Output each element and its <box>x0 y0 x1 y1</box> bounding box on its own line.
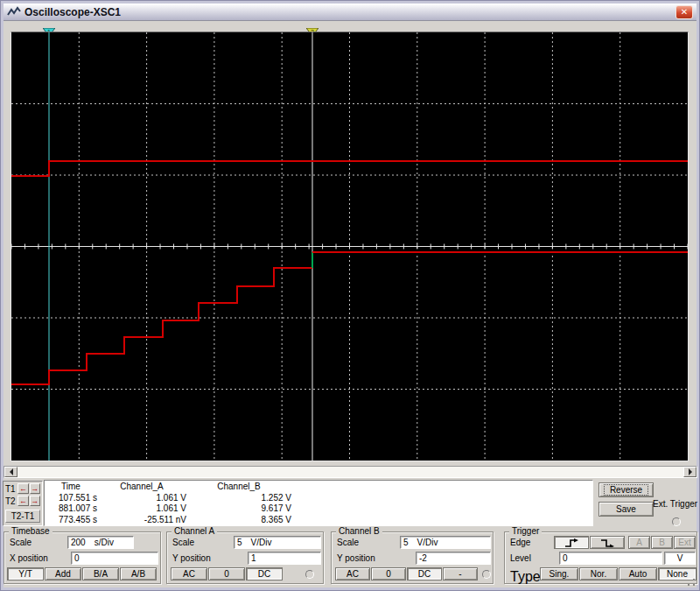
t2-left-button[interactable]: ← <box>18 496 28 506</box>
trigger-title: Trigger <box>509 526 542 536</box>
trigger-sing-button[interactable]: Sing. <box>540 567 578 580</box>
scrollbar-track[interactable] <box>18 467 683 477</box>
col-channel-a: Channel_A <box>97 482 186 493</box>
t1-left-button[interactable]: ← <box>18 483 28 494</box>
t2-right-button[interactable]: → <box>30 496 40 506</box>
rising-edge-button[interactable] <box>554 536 589 549</box>
channel-a-group: Channel A Scale 5 V/Div Y position 1 AC … <box>166 531 324 584</box>
rising-edge-icon <box>564 538 578 547</box>
channel-a-ac-button[interactable]: AC <box>171 567 207 580</box>
t1-label: T1 <box>5 484 17 494</box>
app-icon <box>7 6 21 18</box>
timebase-scale-label: Scale <box>10 538 32 547</box>
close-icon: ✕ <box>681 7 688 17</box>
channel-b-scale-input[interactable]: 5 V/Div <box>400 536 491 549</box>
ext-trigger-label: Ext. Trigger <box>653 499 697 509</box>
resize-grip[interactable] <box>686 577 696 587</box>
t1-readout-row: 107.551 s 1.061 V 1.252 V <box>45 493 592 504</box>
title-bar[interactable]: Oscilloscope-XSC1 ✕ <box>4 4 696 21</box>
timebase-xpos-input[interactable]: 0 <box>71 552 158 565</box>
measurement-readout: Time Channel_A Channel_B 107.551 s 1.061… <box>44 480 593 526</box>
trigger-nor-button[interactable]: Nor. <box>579 567 618 580</box>
channel-a-scale-input[interactable]: 5 V/Div <box>234 536 321 549</box>
timebase-xpos-label: X position <box>10 553 48 563</box>
timebase-title: Timebase <box>9 526 52 536</box>
save-button[interactable]: Save <box>598 502 654 517</box>
channel-a-terminal[interactable] <box>305 570 314 579</box>
t2-time: 881.007 s <box>45 503 97 515</box>
close-button[interactable]: ✕ <box>676 5 693 19</box>
trigger-edge-label: Edge <box>510 538 530 547</box>
t2-t1-channel-b: 8.365 V <box>186 515 291 526</box>
left-arrow-icon: ← <box>19 485 27 493</box>
col-time: Time <box>45 482 97 493</box>
channel-b-ac-button[interactable]: AC <box>335 567 370 580</box>
scope-waveform <box>11 32 688 461</box>
window-title: Oscilloscope-XSC1 <box>24 6 676 18</box>
trigger-source-ext-button[interactable]: Ext <box>674 536 696 549</box>
left-arrow-icon: ← <box>19 497 27 505</box>
channel-b-group: Channel B Scale 5 V/Div Y position -2 AC… <box>331 531 494 584</box>
trigger-level-label: Level <box>510 553 531 563</box>
cursor-1-handle[interactable]: 1 <box>43 24 55 32</box>
trigger-group: Trigger Edge A B Ext Level 0 <box>504 531 697 584</box>
channel-a-ypos-input[interactable]: 1 <box>248 552 321 565</box>
channel-a-title: Channel A <box>172 526 217 536</box>
timebase-scale-input[interactable]: 200 s/Div <box>67 536 134 549</box>
channel-b-0-button[interactable]: 0 <box>371 567 406 580</box>
trigger-level-input[interactable]: 0 <box>559 552 662 565</box>
trigger-level-unit-select[interactable]: V <box>664 552 696 565</box>
trigger-source-a-button[interactable]: A <box>628 536 650 549</box>
trigger-type-label: Type <box>510 569 541 585</box>
t2-t1-time: 773.455 s <box>45 515 97 526</box>
t2-t1-label: T2-T1 <box>5 510 40 523</box>
mode-ab-button[interactable]: A/B <box>120 567 157 580</box>
t2-channel-b: 9.617 V <box>186 503 291 515</box>
channel-b-ypos-label: Y position <box>337 553 375 563</box>
t1-channel-a: 1.061 V <box>97 493 186 504</box>
cursor-2-handle[interactable]: 2 <box>306 24 318 32</box>
t2-t1-readout-row: 773.455 s -25.511 nV 8.365 V <box>45 515 592 526</box>
t2-label: T2 <box>5 496 17 506</box>
ext-trigger-terminal[interactable] <box>672 517 681 526</box>
col-channel-b: Channel_B <box>186 482 291 493</box>
channel-b-terminal[interactable] <box>482 570 491 579</box>
mode-yt-button[interactable]: Y/T <box>7 567 44 580</box>
falling-edge-icon <box>600 538 614 547</box>
t1-channel-b: 1.252 V <box>186 493 291 504</box>
channel-b-neg-button[interactable]: - <box>443 567 478 580</box>
oscilloscope-window: Oscilloscope-XSC1 ✕ 1 2 T1 ← → T2 <box>0 0 700 591</box>
channel-a-dc-button[interactable]: DC <box>246 567 283 580</box>
channel-b-title: Channel B <box>336 526 382 536</box>
channel-a-scale-label: Scale <box>172 538 194 547</box>
right-arrow-icon: → <box>31 497 38 505</box>
timebase-group: Timebase Scale 200 s/Div X position 0 Y/… <box>4 531 161 584</box>
trigger-source-b-button[interactable]: B <box>651 536 673 549</box>
t1-right-button[interactable]: → <box>30 483 40 494</box>
scope-display <box>10 32 689 461</box>
reverse-button[interactable]: Reverse <box>598 482 654 497</box>
scroll-left-icon <box>10 468 13 475</box>
channel-a-0-button[interactable]: 0 <box>208 567 245 580</box>
right-arrow-icon: → <box>31 485 38 493</box>
trigger-auto-button[interactable]: Auto <box>619 567 657 580</box>
scroll-right-icon <box>689 468 692 475</box>
channel-b-dc-button[interactable]: DC <box>407 567 442 580</box>
falling-edge-button[interactable] <box>590 536 625 549</box>
t2-readout-row: 881.007 s 1.061 V 9.617 V <box>45 503 592 515</box>
mode-ba-button[interactable]: B/A <box>82 567 119 580</box>
scroll-left-button[interactable] <box>4 467 18 477</box>
cursor-select-box: T1 ← → T2 ← → T2-T1 <box>3 481 43 526</box>
t1-time: 107.551 s <box>45 493 97 504</box>
t2-t1-channel-a: -25.511 nV <box>97 515 186 526</box>
mode-add-button[interactable]: Add <box>45 567 81 580</box>
channel-b-scale-label: Scale <box>337 538 359 547</box>
channel-b-ypos-input[interactable]: -2 <box>416 552 491 565</box>
channel-a-ypos-label: Y position <box>172 553 211 563</box>
t2-channel-a: 1.061 V <box>97 503 186 515</box>
scroll-right-button[interactable] <box>683 467 696 477</box>
scope-scrollbar[interactable] <box>4 466 697 478</box>
